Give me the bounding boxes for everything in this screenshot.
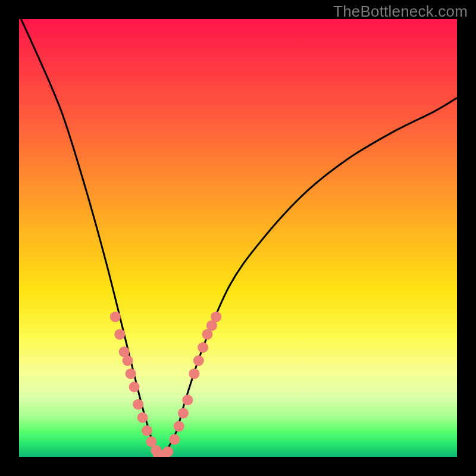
marker-dot	[211, 311, 221, 322]
plot-area	[19, 19, 457, 457]
marker-dot	[178, 408, 189, 418]
marker-dot	[137, 412, 148, 423]
curve-svg	[19, 19, 457, 457]
marker-dot	[123, 355, 133, 366]
marker-dot	[169, 434, 180, 445]
marker-dot	[162, 446, 173, 457]
chart-container: TheBottleneck.com	[0, 0, 476, 476]
marker-dot	[142, 425, 152, 436]
data-markers	[110, 311, 221, 457]
marker-dot	[174, 421, 184, 431]
attribution-label: TheBottleneck.com	[333, 2, 468, 21]
marker-dot	[110, 311, 121, 322]
marker-dot	[198, 342, 208, 353]
marker-dot	[126, 368, 136, 379]
marker-dot	[114, 329, 125, 340]
marker-dot	[189, 368, 199, 379]
marker-dot	[133, 399, 143, 410]
bottleneck-curve	[19, 19, 457, 457]
marker-dot	[129, 381, 140, 392]
marker-dot	[182, 394, 193, 405]
marker-dot	[193, 355, 204, 366]
